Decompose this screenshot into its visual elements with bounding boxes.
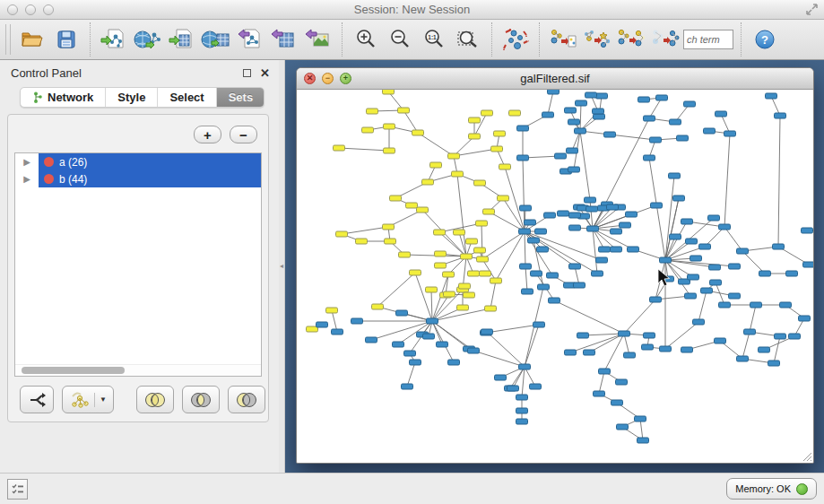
yellow-set-node[interactable] [383, 90, 395, 94]
blue-node[interactable] [768, 361, 780, 366]
blue-node[interactable] [528, 238, 540, 243]
blue-node[interactable] [644, 333, 655, 338]
yellow-set-node[interactable] [384, 148, 395, 153]
blue-node[interactable] [423, 334, 435, 339]
yellow-set-node[interactable] [452, 171, 464, 177]
yellow-set-node[interactable] [509, 110, 521, 116]
yellow-set-node[interactable] [485, 306, 497, 311]
blue-node[interactable] [799, 316, 811, 321]
blue-node[interactable] [611, 229, 622, 234]
blue-node[interactable] [584, 350, 595, 355]
yellow-set-node[interactable] [477, 256, 489, 262]
blue-node[interactable] [709, 265, 721, 270]
close-panel-icon[interactable]: ✕ [260, 69, 270, 77]
yellow-set-node[interactable] [406, 203, 418, 208]
blue-node[interactable] [520, 205, 532, 211]
blue-node[interactable] [393, 342, 404, 347]
blue-node[interactable] [525, 220, 536, 225]
blue-node[interactable] [568, 119, 580, 125]
blue-node[interactable] [759, 271, 771, 276]
blue-node[interactable] [538, 284, 550, 290]
blue-node[interactable] [710, 280, 722, 285]
horizontal-scrollbar[interactable] [15, 364, 261, 376]
sets-list[interactable]: ▶ a (26) ▶ b (44) [14, 152, 262, 377]
blue-node[interactable] [650, 137, 662, 143]
blue-node[interactable] [542, 112, 554, 117]
task-history-button[interactable] [7, 479, 28, 500]
blue-node[interactable] [737, 356, 749, 361]
blue-node[interactable] [577, 333, 589, 338]
yellow-set-node[interactable] [383, 224, 395, 230]
blue-node[interactable] [516, 419, 528, 424]
blue-node[interactable] [481, 329, 493, 335]
set-union-button[interactable] [136, 386, 174, 413]
blue-node[interactable] [396, 310, 408, 316]
window-controls[interactable] [7, 4, 54, 15]
blue-node[interactable] [617, 424, 629, 430]
memory-status-badge[interactable]: Memory: OK [726, 478, 817, 500]
zoom-network-window-button[interactable]: + [340, 73, 351, 84]
blue-node[interactable] [548, 90, 559, 94]
blue-node[interactable] [650, 297, 662, 302]
blue-node[interactable] [576, 100, 587, 106]
blue-node[interactable] [586, 206, 598, 212]
yellow-set-node[interactable] [444, 291, 455, 297]
set-difference-button[interactable] [228, 386, 265, 413]
blue-node[interactable] [638, 97, 650, 102]
yellow-set-node[interactable] [356, 239, 368, 244]
blue-node[interactable] [592, 271, 603, 276]
blue-node[interactable] [530, 384, 542, 389]
blue-node[interactable] [744, 329, 756, 335]
blue-node[interactable] [520, 264, 532, 269]
minimize-window-button[interactable] [25, 4, 36, 15]
yellow-set-node[interactable] [362, 127, 374, 133]
yellow-set-node[interactable] [410, 270, 421, 275]
blue-node[interactable] [317, 322, 328, 327]
blue-node[interactable] [594, 391, 605, 396]
blue-node[interactable] [549, 298, 560, 303]
blue-node[interactable] [404, 351, 416, 356]
yellow-set-node[interactable] [398, 108, 410, 113]
set-intersection-button[interactable] [182, 386, 220, 413]
blue-node[interactable] [624, 352, 636, 358]
yellow-set-node[interactable] [483, 209, 495, 214]
blue-node[interactable] [535, 229, 547, 234]
blue-node[interactable] [719, 224, 731, 230]
blue-node[interactable] [780, 302, 792, 308]
import-table-file-button[interactable] [166, 22, 198, 56]
help-button[interactable]: ? [749, 22, 781, 56]
blue-node[interactable] [599, 369, 611, 374]
blue-node[interactable] [585, 92, 597, 98]
blue-node[interactable] [537, 247, 549, 252]
yellow-set-node[interactable] [422, 179, 434, 185]
blue-node[interactable] [611, 400, 623, 405]
network-view-window[interactable]: ✕ − + galFiltered.sif [296, 67, 814, 464]
blue-node[interactable] [681, 347, 693, 352]
yellow-set-node[interactable] [454, 230, 465, 235]
blue-node[interactable] [684, 101, 696, 107]
zoom-in-button[interactable] [350, 22, 382, 56]
toolbar-drag-handle[interactable] [5, 24, 11, 55]
close-window-button[interactable] [7, 4, 18, 15]
blue-node[interactable] [568, 167, 580, 172]
yellow-set-node[interactable] [443, 272, 455, 277]
blue-node[interactable] [607, 204, 619, 210]
blue-node[interactable] [366, 337, 377, 343]
yellow-set-node[interactable] [466, 239, 478, 244]
zoom-actual-size-button[interactable]: 1:1 [418, 22, 450, 56]
yellow-set-node[interactable] [481, 110, 493, 116]
blue-node[interactable] [402, 384, 413, 389]
blue-node[interactable] [773, 244, 785, 249]
blue-node[interactable] [616, 379, 628, 385]
blue-node[interactable] [332, 329, 343, 335]
blue-node[interactable] [786, 271, 798, 276]
save-session-button[interactable] [50, 22, 82, 56]
blue-node[interactable] [670, 119, 681, 125]
yellow-set-node[interactable] [457, 305, 469, 310]
float-panel-icon[interactable] [243, 69, 251, 77]
yellow-set-node[interactable] [480, 271, 491, 276]
blue-node[interactable] [574, 282, 585, 288]
blue-node[interactable] [677, 135, 689, 141]
yellow-set-node[interactable] [469, 117, 481, 123]
zoom-window-button[interactable] [43, 4, 54, 15]
